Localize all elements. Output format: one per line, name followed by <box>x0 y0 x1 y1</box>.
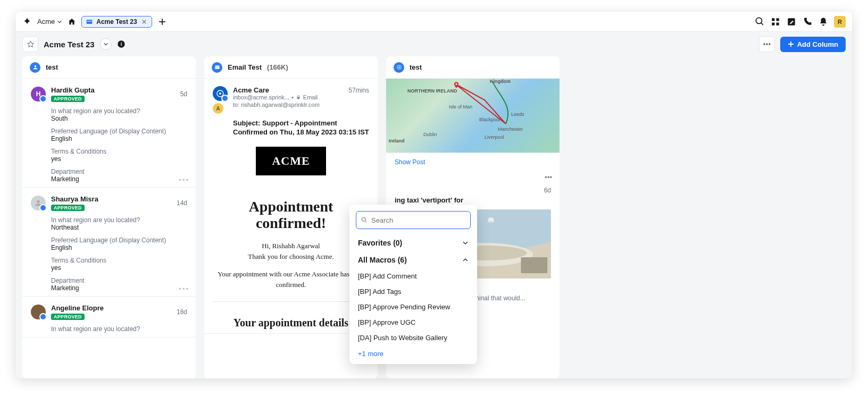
field-label: Department <box>51 168 187 175</box>
svg-rect-1 <box>87 21 91 21</box>
list-item[interactable]: H Hardik Gupta APPROVED 5d In what regio… <box>22 79 196 188</box>
field-label: Terms & Conditions <box>51 257 187 264</box>
timestamp: 18d <box>177 308 187 316</box>
macro-item[interactable]: [BP] Approve UGC <box>349 315 477 330</box>
svg-rect-0 <box>87 19 93 23</box>
macro-item[interactable]: [BP] Approve Pending Review <box>349 299 477 315</box>
field-label: Terms & Conditions <box>51 148 187 155</box>
svg-rect-6 <box>777 22 779 25</box>
plus-icon <box>788 41 794 47</box>
card-menu-button[interactable]: ••• <box>179 176 189 184</box>
compose-button[interactable] <box>786 16 797 27</box>
add-column-button[interactable]: Add Column <box>780 37 846 52</box>
chevron-down-icon <box>103 41 108 47</box>
column-test-1: test H Hardik Gupta APPROVED 5d <box>22 56 196 378</box>
info-icon: i <box>117 40 126 48</box>
map-card[interactable]: Kingdom NORTHERN IRELAND Isle of Man Ire… <box>386 79 560 181</box>
details-heading: Your appointment details <box>213 317 369 329</box>
svg-point-12 <box>769 43 770 45</box>
email-body: ACME Appointment confirmed! Hi, Rishabh … <box>213 147 369 330</box>
column-header[interactable]: test <box>386 56 560 79</box>
bell-icon <box>819 17 828 27</box>
search-icon <box>361 216 368 224</box>
field-label: In what region are you located? <box>51 325 187 333</box>
favorite-button[interactable] <box>22 36 38 52</box>
dashboard-tab-icon <box>86 18 93 26</box>
channel-label: Email <box>303 94 318 100</box>
macro-item[interactable]: [BP] Add Comment <box>349 268 477 284</box>
field-label: In what region are you located? <box>51 107 187 115</box>
column-title: Email Test <box>228 63 262 71</box>
lock-icon <box>296 95 301 100</box>
more-horizontal-icon <box>763 43 771 45</box>
page-title: Acme Test 23 <box>44 40 95 49</box>
card-menu-button[interactable]: ••• <box>179 285 189 293</box>
workspace-name: Acme <box>37 18 55 26</box>
all-macros-group[interactable]: All Macros (6) <box>349 251 477 268</box>
map-label: Liverpool <box>485 134 504 140</box>
search-icon <box>755 16 765 27</box>
field-value: yes <box>51 155 187 163</box>
macro-item[interactable]: [BP] Add Tags <box>349 284 477 299</box>
list-item[interactable]: Shaurya Misra APPROVED 14d In what regio… <box>22 188 196 297</box>
to-prefix: to: <box>233 102 239 108</box>
home-icon[interactable] <box>68 18 76 26</box>
call-button[interactable] <box>802 16 813 27</box>
map-label: Kingdom <box>490 79 511 84</box>
svg-rect-3 <box>772 18 774 21</box>
add-tab-button[interactable] <box>157 17 167 27</box>
info-button[interactable]: i <box>117 40 126 48</box>
svg-point-14 <box>37 200 39 203</box>
field-label: Preferred Language (of Display Content) <box>51 237 187 244</box>
timestamp: 6d <box>395 187 551 194</box>
list-item[interactable]: Angeline Elopre APPROVED 18d In what reg… <box>22 297 196 338</box>
more-options-button[interactable] <box>759 36 775 52</box>
favorites-group[interactable]: Favorites (0) <box>349 234 477 251</box>
search-button[interactable] <box>754 16 765 27</box>
status-badge: APPROVED <box>51 314 85 320</box>
active-tab[interactable]: Acme Test 23 <box>81 16 152 28</box>
map-label: Leeds <box>511 112 524 117</box>
user-avatar[interactable]: R <box>834 16 846 28</box>
column-header[interactable]: Email Test (166K) <box>204 56 378 79</box>
chevron-down-icon <box>462 240 469 246</box>
status-badge: APPROVED <box>51 205 85 211</box>
popup-search-field[interactable] <box>356 211 471 229</box>
macro-item[interactable]: [DA] Push to Website Gallery <box>349 330 477 345</box>
map-label: Dublin <box>423 132 437 137</box>
contact-name: Shaurya Misra <box>51 195 98 203</box>
timestamp: 14d <box>177 199 187 207</box>
apps-button[interactable] <box>770 16 781 27</box>
map-label: Blackpool <box>479 117 500 122</box>
confirmation-body: Your appointment with our Acme Associate… <box>213 269 369 290</box>
svg-text:i: i <box>120 41 122 47</box>
card-menu-button[interactable]: ••• <box>386 171 560 181</box>
macros-popup: Favorites (0) All Macros (6) [BP] Add Co… <box>349 205 477 364</box>
title-dropdown-button[interactable] <box>100 38 112 50</box>
recipient-address: rishabh.agarwal@sprinklr.com <box>241 102 320 108</box>
field-value: English <box>51 135 187 142</box>
map-label: Manchester <box>498 126 523 132</box>
map-label: Ireland <box>389 138 405 144</box>
field-value: English <box>51 244 187 251</box>
map-preview: Kingdom NORTHERN IRELAND Isle of Man Ire… <box>386 79 560 153</box>
thank-you: Thank you for choosing Acme. <box>213 251 369 262</box>
show-more-link[interactable]: +1 more <box>349 345 477 359</box>
notifications-button[interactable] <box>818 16 829 27</box>
column-header[interactable]: test <box>22 56 196 79</box>
field-value: Northeast <box>51 224 187 231</box>
sender-address: inbox@acme.sprink... <box>233 94 289 100</box>
svg-rect-27 <box>488 221 494 223</box>
svg-rect-15 <box>215 65 219 69</box>
search-input[interactable] <box>371 216 466 224</box>
field-label: In what region are you located? <box>51 216 187 224</box>
brand-logo-icon <box>22 17 32 27</box>
brand-banner: ACME <box>256 147 326 175</box>
star-icon <box>27 40 35 48</box>
contact-name: Hardik Gupta <box>51 86 95 94</box>
show-post-link[interactable]: Show Post <box>386 153 560 171</box>
workspace-switcher[interactable]: Acme <box>37 18 62 26</box>
close-tab-button[interactable] <box>140 18 148 26</box>
column-type-icon <box>394 62 404 73</box>
svg-point-17 <box>219 92 221 95</box>
